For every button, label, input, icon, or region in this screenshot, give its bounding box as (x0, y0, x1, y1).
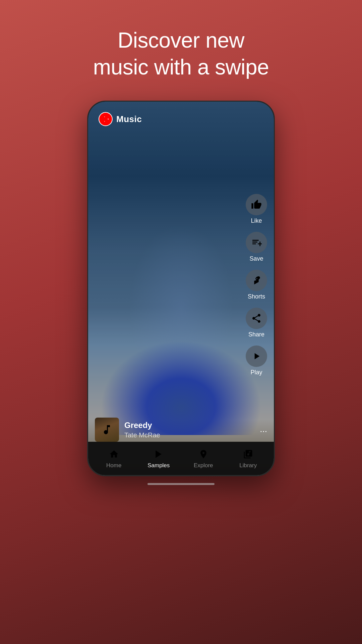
top-bar: Music (98, 112, 142, 126)
home-indicator (147, 483, 215, 485)
nav-explore-label: Explore (194, 462, 213, 469)
app-name: Music (116, 114, 142, 124)
save-label: Save (249, 255, 263, 262)
share-button[interactable] (246, 308, 267, 329)
share-label: Share (248, 331, 264, 338)
home-icon (108, 448, 120, 460)
shorts-button[interactable] (246, 270, 267, 291)
nav-item-home[interactable]: Home (92, 448, 136, 469)
more-options-button[interactable]: ··· (260, 426, 267, 436)
shorts-label: Shorts (248, 293, 265, 300)
bottom-nav: Home Samples Explore (88, 442, 274, 475)
library-icon (242, 448, 254, 460)
like-label: Like (251, 217, 262, 224)
album-art (95, 418, 119, 442)
nav-library-label: Library (239, 462, 257, 469)
save-button-group: Save (246, 232, 267, 262)
play-label: Play (250, 369, 262, 376)
like-button-group: Like (246, 194, 267, 224)
headline-line2: music with a swipe (93, 55, 269, 79)
like-button[interactable] (246, 194, 267, 215)
nav-divider (88, 475, 274, 475)
more-options-icon: ··· (260, 426, 267, 436)
song-info: Greedy Tate McRae (95, 418, 240, 442)
share-button-group: Share (246, 308, 267, 338)
nav-home-label: Home (106, 462, 121, 469)
phone-mockup: Music Like Save (87, 101, 275, 476)
song-text: Greedy Tate McRae (124, 421, 240, 439)
headline: Discover new music with a swipe (66, 27, 296, 80)
song-title: Greedy (124, 421, 240, 430)
play-button-group: Play (246, 345, 267, 376)
action-buttons-panel: Like Save Shorts Sha (246, 194, 267, 381)
svg-point-3 (103, 117, 108, 121)
save-button[interactable] (246, 232, 267, 253)
youtube-music-logo-icon (98, 112, 113, 126)
play-button[interactable] (246, 345, 267, 367)
shorts-button-group: Shorts (246, 270, 267, 300)
nav-item-explore[interactable]: Explore (181, 448, 226, 469)
headline-line1: Discover new (118, 28, 244, 52)
song-artist: Tate McRae (124, 431, 240, 439)
svg-marker-4 (156, 450, 162, 458)
nav-samples-label: Samples (147, 462, 170, 469)
nav-item-samples[interactable]: Samples (136, 448, 181, 469)
nav-item-library[interactable]: Library (226, 448, 271, 469)
explore-icon (197, 448, 209, 460)
samples-icon (153, 448, 165, 460)
